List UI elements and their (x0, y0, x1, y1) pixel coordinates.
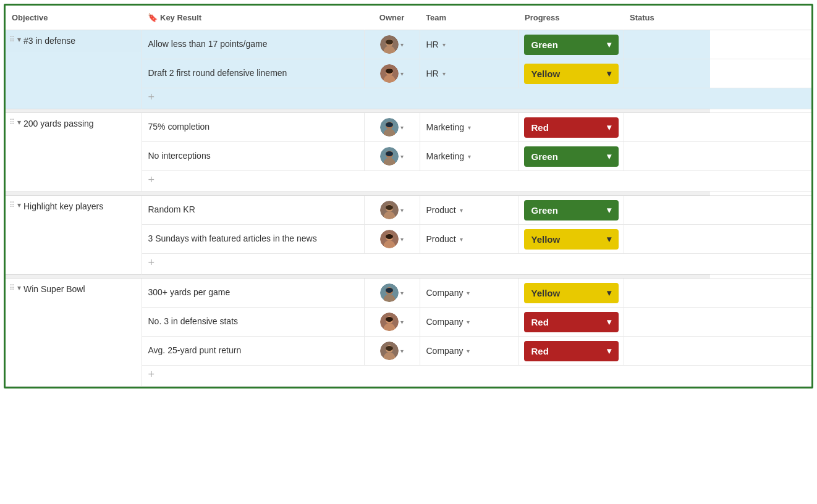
team-dropdown-arrow[interactable]: ▾ (467, 319, 470, 326)
progress-dropdown-arrow[interactable]: ▾ (607, 234, 611, 244)
progress-cell[interactable]: Green ▾ (519, 30, 624, 59)
progress-cell[interactable]: Red ▾ (519, 308, 624, 337)
add-kr-icon[interactable]: + (148, 91, 155, 103)
owner-cell[interactable]: ▾ (364, 30, 420, 59)
team-name: HR (426, 40, 439, 49)
avatar[interactable] (380, 342, 399, 360)
progress-badge[interactable]: Red ▾ (524, 341, 619, 361)
progress-badge[interactable]: Green ▾ (524, 200, 619, 220)
progress-dropdown-arrow[interactable]: ▾ (607, 288, 611, 298)
owner-cell[interactable]: ▾ (364, 142, 420, 171)
progress-cell[interactable]: Yellow ▾ (519, 59, 624, 88)
progress-label: Green (531, 205, 558, 216)
avatar[interactable] (380, 284, 399, 302)
collapse-icon[interactable]: ▾ (17, 35, 21, 44)
team-cell[interactable]: Product ▾ (420, 196, 519, 225)
owner-dropdown-arrow[interactable]: ▾ (400, 153, 404, 160)
owner-dropdown-arrow[interactable]: ▾ (400, 290, 404, 296)
team-dropdown-arrow[interactable]: ▾ (468, 124, 471, 131)
owner-dropdown-arrow[interactable]: ▾ (400, 319, 404, 326)
header-owner: Owner (364, 6, 420, 30)
owner-dropdown-arrow[interactable]: ▾ (400, 70, 404, 77)
progress-badge[interactable]: Green ▾ (524, 146, 619, 167)
key-result-cell: Random KR (142, 196, 364, 225)
header-status: Status (624, 6, 710, 30)
progress-cell[interactable]: Green ▾ (519, 142, 624, 171)
team-cell[interactable]: HR ▾ (420, 30, 519, 59)
avatar[interactable] (380, 35, 399, 54)
add-kr-icon[interactable]: + (148, 368, 155, 380)
drag-icon: ⠿ (9, 118, 15, 127)
add-kr-cell[interactable]: + (142, 88, 710, 109)
team-dropdown-arrow[interactable]: ▾ (460, 207, 463, 214)
avatar[interactable] (380, 230, 399, 248)
progress-label: Green (531, 40, 558, 50)
team-dropdown-arrow[interactable]: ▾ (442, 70, 446, 77)
team-name: HR (426, 69, 439, 78)
key-result-cell: Draft 2 first round defensive linemen (142, 59, 364, 88)
progress-dropdown-arrow[interactable]: ▾ (607, 40, 611, 49)
progress-badge[interactable]: Red ▾ (524, 312, 619, 332)
progress-cell[interactable]: Red ▾ (519, 113, 624, 142)
key-result-cell: No interceptions (142, 142, 364, 171)
progress-cell[interactable]: Yellow ▾ (519, 225, 624, 254)
collapse-icon[interactable]: ▾ (17, 201, 21, 209)
team-cell[interactable]: Product ▾ (420, 225, 519, 254)
team-dropdown-arrow[interactable]: ▾ (468, 153, 471, 160)
progress-cell[interactable]: Yellow ▾ (519, 279, 624, 308)
progress-cell[interactable]: Red ▾ (519, 337, 624, 366)
progress-badge[interactable]: Red ▾ (524, 117, 619, 138)
team-cell[interactable]: Company ▾ (420, 279, 519, 308)
progress-label: Yellow (531, 234, 561, 245)
add-kr-icon[interactable]: + (148, 256, 155, 269)
team-dropdown-arrow[interactable]: ▾ (460, 236, 463, 243)
progress-badge[interactable]: Yellow ▾ (524, 283, 619, 303)
status-cell (624, 225, 710, 254)
collapse-icon[interactable]: ▾ (17, 284, 21, 292)
avatar[interactable] (380, 201, 399, 219)
team-cell[interactable]: Marketing ▾ (420, 113, 519, 142)
owner-dropdown-arrow[interactable]: ▾ (400, 124, 404, 131)
team-cell[interactable]: Marketing ▾ (420, 142, 519, 171)
avatar[interactable] (380, 313, 399, 331)
progress-dropdown-arrow[interactable]: ▾ (607, 151, 611, 161)
progress-badge[interactable]: Green ▾ (524, 35, 619, 55)
objective-label: #3 in defense (23, 35, 75, 48)
owner-cell[interactable]: ▾ (364, 59, 420, 88)
owner-cell[interactable]: ▾ (364, 113, 420, 142)
team-cell[interactable]: HR ▾ (420, 59, 519, 88)
add-kr-cell[interactable]: + (142, 366, 710, 387)
team-dropdown-arrow[interactable]: ▾ (467, 348, 470, 355)
owner-dropdown-arrow[interactable]: ▾ (400, 207, 404, 214)
collapse-icon[interactable]: ▾ (17, 118, 21, 127)
owner-dropdown-arrow[interactable]: ▾ (400, 41, 404, 48)
team-dropdown-arrow[interactable]: ▾ (442, 41, 446, 48)
add-kr-cell[interactable]: + (142, 254, 710, 275)
avatar[interactable] (380, 147, 399, 166)
progress-dropdown-arrow[interactable]: ▾ (607, 122, 611, 132)
progress-dropdown-arrow[interactable]: ▾ (607, 205, 611, 215)
add-kr-icon[interactable]: + (148, 174, 155, 186)
objective-cell: ⠿ ▾ 200 yards passing (6, 113, 142, 192)
progress-badge[interactable]: Yellow ▾ (524, 64, 619, 84)
progress-badge[interactable]: Yellow ▾ (524, 229, 619, 250)
progress-label: Green (531, 151, 558, 162)
avatar[interactable] (380, 64, 399, 83)
owner-cell[interactable]: ▾ (364, 308, 420, 337)
owner-cell[interactable]: ▾ (364, 279, 420, 308)
team-cell[interactable]: Company ▾ (420, 337, 519, 366)
owner-cell[interactable]: ▾ (364, 225, 420, 254)
owner-cell[interactable]: ▾ (364, 196, 420, 225)
team-dropdown-arrow[interactable]: ▾ (467, 290, 470, 296)
progress-dropdown-arrow[interactable]: ▾ (607, 346, 611, 356)
progress-dropdown-arrow[interactable]: ▾ (607, 317, 611, 327)
add-kr-cell[interactable]: + (142, 171, 710, 192)
owner-cell[interactable]: ▾ (364, 337, 420, 366)
progress-cell[interactable]: Green ▾ (519, 196, 624, 225)
progress-dropdown-arrow[interactable]: ▾ (607, 69, 611, 78)
avatar[interactable] (380, 118, 399, 136)
header-objective: Objective (6, 6, 142, 30)
owner-dropdown-arrow[interactable]: ▾ (400, 348, 404, 355)
team-cell[interactable]: Company ▾ (420, 308, 519, 337)
owner-dropdown-arrow[interactable]: ▾ (400, 236, 404, 243)
